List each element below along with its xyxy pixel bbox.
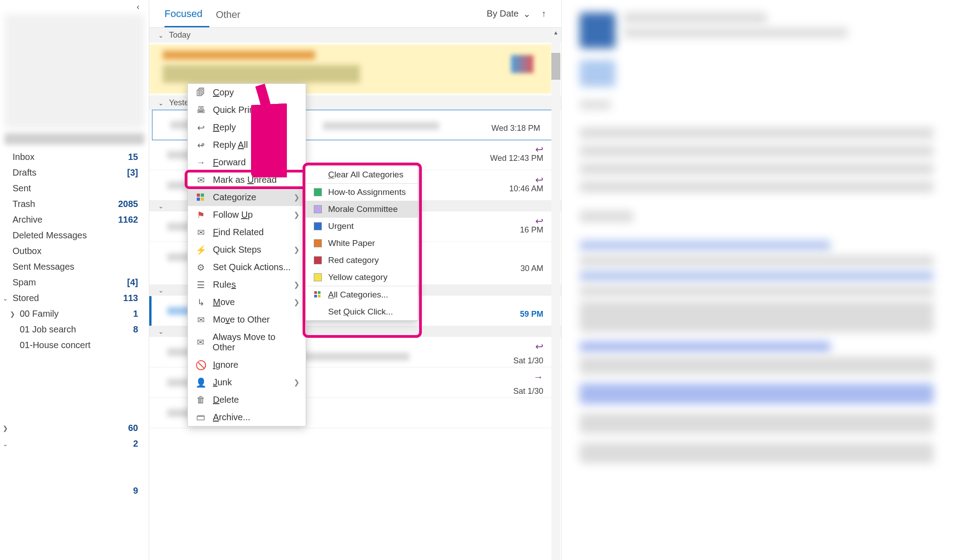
ctx-label: Find Related bbox=[213, 227, 264, 237]
chevron-right-icon[interactable]: ❯ bbox=[3, 425, 8, 432]
category-red-category[interactable]: Red category bbox=[306, 252, 418, 269]
scrollbar[interactable]: ▲ bbox=[551, 28, 560, 560]
ctx-reply[interactable]: ↩Reply bbox=[188, 119, 306, 136]
folder-deleted-messages[interactable]: Deleted Messages bbox=[0, 228, 149, 243]
ctx-ignore[interactable]: 🚫Ignore bbox=[188, 356, 306, 374]
svg-rect-7 bbox=[318, 295, 321, 297]
group-header-today[interactable]: ⌄Today bbox=[149, 28, 561, 43]
categories-icon bbox=[314, 291, 322, 299]
ctx-archive-[interactable]: 🗃Archive... bbox=[188, 409, 306, 426]
category-white-paper[interactable]: White Paper bbox=[306, 235, 418, 252]
ctx-quick-steps[interactable]: ⚡Quick Steps❯ bbox=[188, 241, 306, 258]
ctx-label: Set Quick Actions... bbox=[213, 262, 290, 272]
submenu-all-categories[interactable]: All Categories... bbox=[306, 286, 418, 303]
account-header-blurred bbox=[4, 14, 144, 129]
folder-label: Spam bbox=[13, 277, 36, 288]
chevron-right-icon: ❯ bbox=[294, 193, 299, 202]
folder-label: Outbox bbox=[13, 246, 41, 256]
folder-archive[interactable]: Archive1162 bbox=[0, 212, 149, 228]
ctx-label: Reply All bbox=[213, 140, 248, 150]
category-label: Morale Committee bbox=[328, 204, 398, 214]
scrollbar-thumb[interactable] bbox=[551, 53, 560, 80]
chevron-right-icon: ❯ bbox=[294, 378, 299, 387]
ctx-label: Forward bbox=[213, 157, 246, 168]
chevron-down-icon[interactable]: ⌄ bbox=[3, 440, 8, 448]
ignore-icon: 🚫 bbox=[196, 360, 206, 370]
ctx-label: Archive... bbox=[213, 412, 250, 422]
category-color-swatch bbox=[314, 188, 322, 196]
category-urgent[interactable]: Urgent bbox=[306, 218, 418, 235]
ctx-quick-print[interactable]: 🖶Quick Print bbox=[188, 101, 306, 119]
chevron-right-icon: ❯ bbox=[294, 211, 299, 219]
sort-label: By Date bbox=[487, 9, 519, 19]
folder-count: 15 bbox=[128, 152, 138, 162]
reply-icon: ↩ bbox=[196, 123, 206, 133]
tab-other[interactable]: Other bbox=[216, 5, 247, 27]
ctx-label: Move bbox=[213, 297, 235, 307]
folder-count: 1162 bbox=[118, 215, 139, 225]
ctx-follow-up[interactable]: ⚑Follow Up❯ bbox=[188, 206, 306, 224]
folder-sent[interactable]: Sent bbox=[0, 181, 149, 196]
folder-01-job-search[interactable]: 01 Job search8 bbox=[0, 322, 149, 337]
category-label: White Paper bbox=[328, 238, 375, 248]
ctx-set-quick-actions-[interactable]: ⚙Set Quick Actions... bbox=[188, 258, 306, 276]
folder-label: Archive bbox=[13, 215, 43, 225]
submenu-set-quick-click[interactable]: Set Quick Click... bbox=[306, 303, 418, 320]
sort-by-dropdown[interactable]: By Date ⌄ ↑ bbox=[487, 9, 546, 24]
message-time: 59 PM bbox=[520, 310, 543, 319]
folder-sent-messages[interactable]: Sent Messages bbox=[0, 259, 149, 275]
category-yellow-category[interactable]: Yellow category bbox=[306, 269, 418, 286]
message-time: 10:46 AM bbox=[509, 184, 543, 194]
scrollbar-up-icon[interactable]: ▲ bbox=[551, 28, 560, 38]
chevron-icon[interactable]: ⌄ bbox=[3, 295, 8, 302]
category-morale-committee[interactable]: Morale Committee bbox=[306, 201, 418, 218]
category-how-to-assignments[interactable]: How-to Assignments bbox=[306, 183, 418, 201]
folder-count: [3] bbox=[127, 168, 138, 178]
chevron-right-icon: ❯ bbox=[294, 298, 299, 306]
folder-drafts[interactable]: Drafts[3] bbox=[0, 165, 149, 181]
ctx-label: Always Move to Other bbox=[212, 332, 298, 353]
submenu-clear-categories[interactable]: Clear All Categories bbox=[306, 166, 418, 183]
folder-count: 2085 bbox=[118, 199, 139, 209]
ctx-label: Delete bbox=[213, 395, 239, 405]
ctx-move[interactable]: ↳Move❯ bbox=[188, 293, 306, 311]
ctx-find-related[interactable]: ✉Find Related bbox=[188, 224, 306, 241]
ctx-label: Quick Steps bbox=[213, 245, 261, 255]
sort-direction-icon[interactable]: ↑ bbox=[541, 9, 546, 19]
ctx-move-to-other[interactable]: ✉Move to Other bbox=[188, 311, 306, 328]
chevron-icon[interactable]: ❯ bbox=[10, 310, 15, 318]
ctx-junk[interactable]: 👤Junk❯ bbox=[188, 374, 306, 391]
categorize-icon bbox=[196, 193, 206, 202]
category-label: Yellow category bbox=[328, 272, 387, 282]
folder-count: 1 bbox=[133, 309, 138, 319]
ctx-mark-as-unread[interactable]: ✉Mark as Unread bbox=[188, 171, 306, 189]
forward-icon: → bbox=[533, 371, 543, 383]
account-name-blurred bbox=[4, 133, 144, 145]
delete-icon: 🗑 bbox=[196, 395, 206, 405]
message-time: Wed 12:43 PM bbox=[490, 154, 543, 163]
ctx-forward[interactable]: →Forward bbox=[188, 154, 306, 171]
svg-rect-5 bbox=[318, 291, 321, 294]
folder-label: Sent Messages bbox=[13, 262, 74, 272]
folder-00-family[interactable]: ❯00 Family1 bbox=[0, 306, 149, 322]
folder-01-house-concert[interactable]: 01-House concert bbox=[0, 337, 149, 353]
ctx-label: Mark as Unread bbox=[213, 175, 277, 185]
message-time: Sat 1/30 bbox=[513, 356, 543, 366]
ctx-delete[interactable]: 🗑Delete bbox=[188, 391, 306, 409]
tab-focused[interactable]: Focused bbox=[165, 4, 209, 27]
svg-rect-4 bbox=[314, 291, 317, 294]
ctx-rules[interactable]: ☰Rules❯ bbox=[188, 276, 306, 293]
folder-outbox[interactable]: Outbox bbox=[0, 243, 149, 259]
ctx-label: Ignore bbox=[213, 360, 238, 370]
ctx-categorize[interactable]: Categorize❯ bbox=[188, 189, 306, 206]
folder-trash[interactable]: Trash2085 bbox=[0, 196, 149, 212]
ctx-reply-all[interactable]: ↫Reply All bbox=[188, 136, 306, 154]
folder-stored[interactable]: ⌄Stored113 bbox=[0, 290, 149, 306]
folder-sidebar: ‹ Inbox15Drafts[3]SentTrash2085Archive11… bbox=[0, 0, 149, 560]
ctx-always-move-to-other[interactable]: ✉Always Move to Other bbox=[188, 328, 306, 356]
folder-spam[interactable]: Spam[4] bbox=[0, 275, 149, 290]
reading-pane bbox=[562, 0, 953, 560]
collapse-sidebar-icon[interactable]: ‹ bbox=[132, 2, 144, 12]
ctx-copy[interactable]: 🗐Copy bbox=[188, 84, 306, 101]
folder-inbox[interactable]: Inbox15 bbox=[0, 149, 149, 165]
